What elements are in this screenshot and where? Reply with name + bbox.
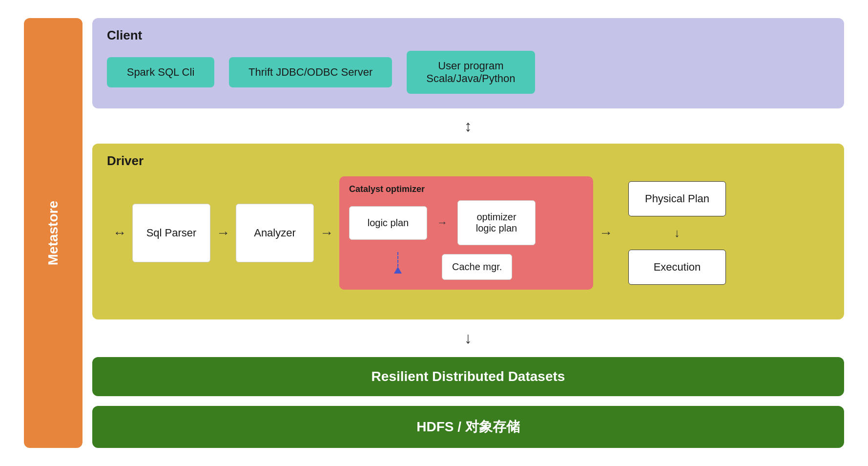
diagram-wrapper: Metastore Client Spark SQL Cli Thrift JD…	[24, 18, 844, 448]
main-content: Client Spark SQL Cli Thrift JDBC/ODBC Se…	[92, 18, 844, 448]
physical-plan-block: Physical Plan	[628, 181, 726, 216]
cache-mgr-block: Cache mgr.	[442, 254, 512, 280]
cache-row: Cache mgr.	[349, 252, 583, 280]
metastore-arrow: ↔	[107, 225, 132, 241]
catalyst-box: Catalyst optimizer logic plan → op	[339, 176, 593, 290]
execution-block: Execution	[628, 250, 726, 285]
dashed-connector	[359, 252, 437, 274]
logic-optimizer-arrow: →	[437, 216, 448, 229]
catalyst-inner: logic plan → optimizerlogic plan	[349, 200, 583, 280]
catalyst-physical-arrow: →	[593, 225, 619, 241]
driver-rdd-arrow-container: ↓	[92, 327, 844, 349]
user-program: User programScala/Java/Python	[407, 51, 535, 94]
analyzer-catalyst-arrow: →	[314, 225, 339, 241]
optimizer-logic-plan-block: optimizerlogic plan	[457, 200, 536, 245]
client-driver-arrow: ↕	[464, 118, 472, 134]
analyzer-block: Analyzer	[236, 204, 314, 262]
sql-parser-block: Sql Parser	[132, 204, 210, 262]
driver-box: Driver ↔ Sql Parser → Analyzer → Catalys…	[92, 144, 844, 319]
driver-main-row: ↔ Sql Parser → Analyzer → Catalyst optim…	[107, 176, 829, 290]
right-plans: Physical Plan ↓ Execution	[628, 181, 726, 285]
logic-plan-block: logic plan	[349, 206, 427, 240]
catalyst-arrows: →	[437, 216, 448, 229]
client-box: Client Spark SQL Cli Thrift JDBC/ODBC Se…	[92, 18, 844, 108]
blue-triangle	[394, 267, 402, 274]
catalyst-row1: logic plan → optimizerlogic plan	[349, 200, 583, 245]
physical-execution-arrow: ↓	[628, 226, 726, 240]
metastore-label: Metastore	[45, 201, 61, 265]
rdd-box: Resilient Distributed Datasets	[92, 357, 844, 396]
hdfs-label: HDFS / 对象存储	[416, 419, 520, 434]
driver-rdd-arrow: ↓	[464, 329, 472, 347]
thrift-server: Thrift JDBC/ODBC Server	[229, 57, 392, 87]
dashed-line	[397, 252, 398, 267]
client-inner: Spark SQL Cli Thrift JDBC/ODBC Server Us…	[107, 51, 829, 94]
parser-analyzer-arrow: →	[210, 225, 236, 241]
driver-label: Driver	[107, 153, 829, 169]
client-label: Client	[107, 28, 829, 43]
hdfs-box: HDFS / 对象存储	[92, 406, 844, 448]
client-driver-arrow-container: ↕	[92, 116, 844, 136]
metastore-box: Metastore	[24, 18, 83, 448]
down-arrow-icon: ↓	[674, 226, 680, 240]
catalyst-label: Catalyst optimizer	[349, 184, 583, 194]
rdd-label: Resilient Distributed Datasets	[372, 369, 565, 384]
spark-sql-cli: Spark SQL Cli	[107, 57, 214, 87]
catalyst-connector: →	[432, 216, 453, 229]
